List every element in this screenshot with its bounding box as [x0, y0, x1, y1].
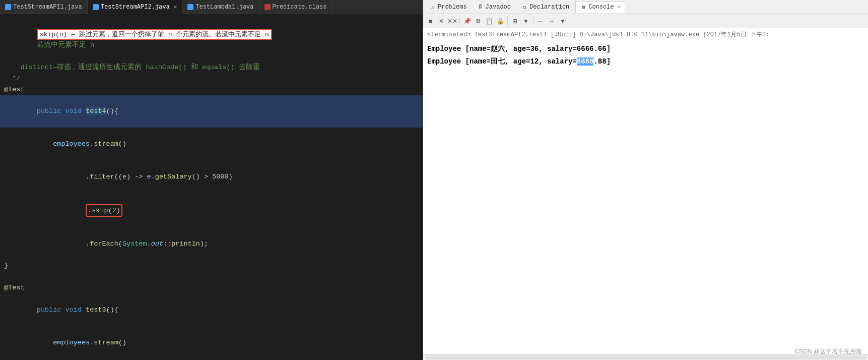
- pin-button[interactable]: 📌: [462, 16, 472, 26]
- view-button[interactable]: ▼: [521, 16, 531, 26]
- class-icon: [264, 4, 271, 10]
- scroll-lock-button[interactable]: 🔒: [495, 16, 505, 26]
- code-line-skip: .skip(2): [0, 193, 423, 228]
- right-panel: ⚠ Problems @ Javadoc ◻ Declaration ▤ Con…: [423, 0, 868, 360]
- code-line-stream1: employees.stream(): [0, 128, 423, 160]
- tab-javadoc[interactable]: @ Javadoc: [473, 1, 515, 13]
- output-after: .88]: [593, 57, 611, 66]
- tab-lambda1[interactable]: TestLambda1.java: [182, 0, 259, 14]
- console-output-area[interactable]: <terminated> TestStreamAPI2.test4 [JUnit…: [423, 28, 868, 354]
- stop-button[interactable]: ■: [425, 16, 435, 26]
- remove-button[interactable]: ✕: [436, 16, 446, 26]
- code-line-annotation2: @Test: [0, 282, 423, 293]
- tab-console[interactable]: ▤ Console ✕: [575, 1, 625, 13]
- code-line-stream2: employees.stream(): [0, 326, 423, 359]
- code-line-end-comment: */: [0, 73, 423, 84]
- console-icon: ▤: [580, 4, 587, 11]
- code-line-empty: [0, 271, 423, 282]
- code-line-test4-decl: public void test4(){: [0, 95, 423, 128]
- separator3: [533, 17, 533, 25]
- code-editor[interactable]: skip(n) — 跳过元素，返回一个扔掉了前 n 个元素的流。若流中元素不足 …: [0, 14, 423, 360]
- watermark-text: CSDN @这个名字先用着: [794, 347, 862, 356]
- tab-close-icon[interactable]: ✕: [618, 4, 621, 10]
- console-toolbar: ■ ✕ ✕✕ 📌 ⧉ 📋 🔒 ⊞ ▼ ← → ▼: [423, 14, 868, 28]
- code-line-filter1: .filter((e) -> e.getSalary() > 5000): [0, 160, 423, 193]
- editor-panel: TestStreamAPI1.java TestStreamAPI2.java …: [0, 0, 423, 360]
- code-line-test3-decl: public void test3(){: [0, 293, 423, 326]
- output-before: Employee [name=田七, age=12, salary=: [427, 57, 577, 66]
- output-line-2: Employee [name=田七, age=12, salary=8888.8…: [427, 55, 864, 68]
- terminated-line: <terminated> TestStreamAPI2.test4 [JUnit…: [427, 30, 864, 39]
- panel-tab-bar: ⚠ Problems @ Javadoc ◻ Declaration ▤ Con…: [423, 0, 868, 14]
- highlighted-value: 8888: [577, 57, 594, 66]
- javadoc-icon: @: [477, 4, 484, 11]
- tab-predicate[interactable]: Predicate.class: [259, 0, 332, 14]
- code-line-foreach1: .forEach(System.out::println);: [0, 228, 423, 261]
- open-console-button[interactable]: ⊞: [510, 16, 520, 26]
- java-icon-2: [187, 4, 193, 10]
- code-line-close1: }: [0, 260, 423, 271]
- tab-streamapi1[interactable]: TestStreamAPI1.java: [0, 0, 88, 14]
- code-line-annotation1: @Test: [0, 84, 423, 95]
- tab-bar: TestStreamAPI1.java TestStreamAPI2.java …: [0, 0, 423, 14]
- separator1: [459, 17, 460, 25]
- paste-button[interactable]: 📋: [484, 16, 494, 26]
- remove-all-button[interactable]: ✕✕: [447, 16, 457, 26]
- tab-declaration[interactable]: ◻ Declaration: [517, 1, 573, 13]
- arrow-right-button[interactable]: →: [547, 16, 557, 26]
- java-icon: [5, 4, 11, 10]
- output-line-1: Employee [name=赵六, age=36, salary=6666.6…: [427, 43, 864, 55]
- skip-comment-box: skip(n) — 跳过元素，返回一个扔掉了前 n 个元素的流。若流中元素不足 …: [37, 29, 272, 40]
- code-line-comment: skip(n) — 跳过元素，返回一个扔掉了前 n 个元素的流。若流中元素不足 …: [0, 18, 423, 62]
- declaration-icon: ◻: [521, 4, 528, 11]
- tab-problems[interactable]: ⚠ Problems: [425, 1, 471, 13]
- separator2: [507, 17, 508, 25]
- code-line-distinct: distinct—筛选，通过流所生成元素的 hashCode() 和 equal…: [0, 62, 423, 73]
- tab-streamapi2[interactable]: TestStreamAPI2.java ✕: [88, 0, 182, 14]
- close-icon[interactable]: ✕: [174, 4, 177, 10]
- arrow-left-button[interactable]: ←: [536, 16, 546, 26]
- java-icon-active: [93, 4, 99, 10]
- copy-button[interactable]: ⧉: [473, 16, 483, 26]
- problems-icon: ⚠: [429, 4, 436, 11]
- dropdown-button[interactable]: ▼: [558, 16, 568, 26]
